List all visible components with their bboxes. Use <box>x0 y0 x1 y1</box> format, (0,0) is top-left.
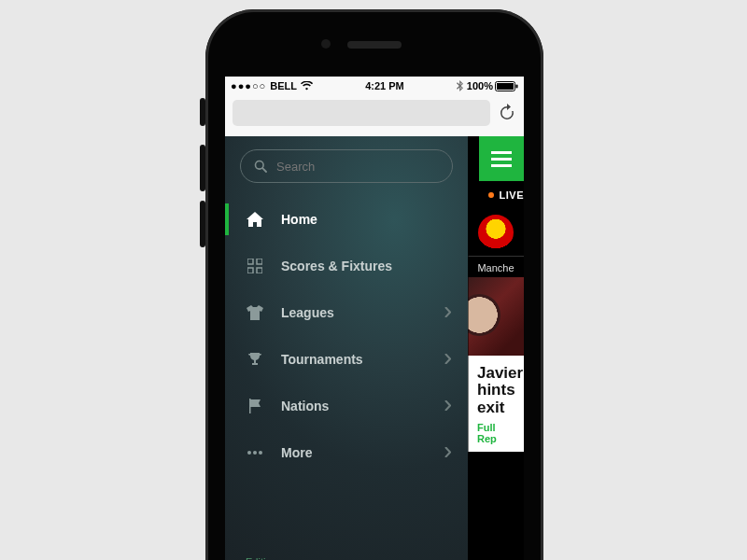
article-title: Javier hints exit <box>477 365 514 416</box>
carrier-label: BELL <box>270 80 297 91</box>
chevron-right-icon <box>444 352 451 367</box>
nav-label-home: Home <box>281 212 317 227</box>
chevron-right-icon <box>444 399 451 413</box>
nav-label-nations: Nations <box>281 399 329 413</box>
svg-rect-7 <box>247 268 253 273</box>
search-field[interactable] <box>240 149 453 183</box>
phone-screen: ●●●○○ BELL 4:21 PM 100% <box>225 77 524 560</box>
search-icon <box>254 160 267 173</box>
svg-rect-2 <box>516 84 518 88</box>
signal-dots-icon: ●●●○○ <box>231 80 266 91</box>
side-menu: Home Scores & Fixtures Leagues <box>225 136 468 560</box>
divider <box>468 256 524 257</box>
svg-rect-1 <box>497 83 514 90</box>
home-icon <box>246 212 264 227</box>
team-name-label: Manche <box>468 262 524 273</box>
svg-line-4 <box>262 168 266 172</box>
phone-mute-switch <box>200 98 205 126</box>
team-block[interactable]: Manche <box>468 209 524 277</box>
svg-point-11 <box>259 451 262 455</box>
nav-label-scores: Scores & Fixtures <box>281 259 392 273</box>
phone-frame: ●●●○○ BELL 4:21 PM 100% <box>205 9 543 560</box>
browser-url-field[interactable] <box>233 100 490 126</box>
nav-item-more[interactable]: More <box>225 429 468 476</box>
live-label: LIVE <box>500 189 524 201</box>
flag-icon <box>246 399 264 413</box>
browser-url-bar <box>225 95 524 136</box>
clock-label: 4:21 PM <box>313 80 457 91</box>
chevron-right-icon <box>444 445 451 460</box>
wifi-icon <box>301 81 313 91</box>
search-input[interactable] <box>276 160 439 174</box>
battery-icon <box>495 81 518 91</box>
phone-volume-down <box>200 201 205 247</box>
footer-editions-link[interactable]: Editions <box>246 553 294 560</box>
trophy-icon <box>246 352 264 367</box>
svg-rect-8 <box>257 268 262 273</box>
nav-list: Home Scores & Fixtures Leagues <box>225 192 468 476</box>
nav-item-leagues[interactable]: Leagues <box>225 289 468 336</box>
article-full-report-link[interactable]: Full Rep <box>477 422 514 444</box>
svg-rect-6 <box>257 259 262 264</box>
nav-label-more: More <box>281 445 312 460</box>
bluetooth-icon <box>457 80 463 91</box>
article-image[interactable] <box>468 277 524 356</box>
live-indicator: LIVE <box>468 181 524 209</box>
nav-item-scores[interactable]: Scores & Fixtures <box>225 243 468 289</box>
team-crest-icon <box>478 215 514 250</box>
battery-percent-label: 100% <box>467 80 493 91</box>
article-card[interactable]: Javier hints exit Full Rep <box>468 356 524 452</box>
fixtures-icon <box>246 259 264 273</box>
nav-item-nations[interactable]: Nations <box>225 383 468 429</box>
chevron-right-icon <box>444 305 451 320</box>
more-icon <box>246 450 264 455</box>
phone-front-camera <box>321 39 331 49</box>
phone-volume-up <box>200 145 205 191</box>
svg-point-10 <box>253 451 257 455</box>
menu-footer-links: Editions Site Terms <box>246 553 294 560</box>
nav-item-tournaments[interactable]: Tournaments <box>225 336 468 383</box>
nav-item-home[interactable]: Home <box>225 196 468 243</box>
live-dot-icon <box>488 192 494 198</box>
shirt-icon <box>246 305 264 320</box>
nav-label-leagues: Leagues <box>281 305 334 320</box>
svg-rect-5 <box>247 259 253 264</box>
menu-toggle-button[interactable] <box>479 136 524 181</box>
nav-label-tournaments: Tournaments <box>281 352 363 367</box>
reload-icon[interactable] <box>498 104 516 122</box>
svg-point-9 <box>247 451 251 455</box>
status-bar: ●●●○○ BELL 4:21 PM 100% <box>225 77 524 95</box>
phone-speaker <box>347 41 402 49</box>
